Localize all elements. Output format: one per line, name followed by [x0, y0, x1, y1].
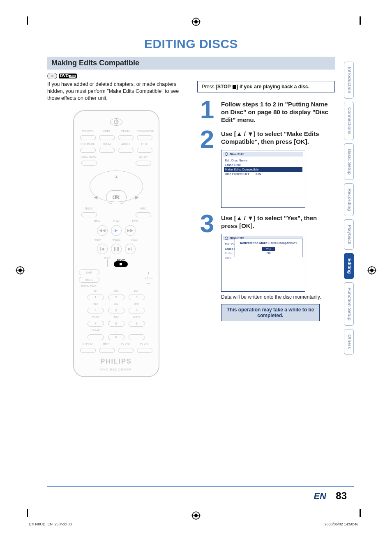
- remote-label: JKL: [108, 303, 125, 305]
- remote-label: CLEAR: [88, 329, 104, 332]
- remote-label: INFO: [136, 207, 151, 210]
- step-text: Follow steps 1 to 2 in "Putting Name on …: [221, 101, 335, 124]
- content-area: EDITING DISCS Making Edits Compatible ◎ …: [47, 37, 335, 377]
- num-button: 3: [129, 295, 145, 300]
- job-info-left: E7H40UD_EN_v5.indd 83: [29, 522, 72, 526]
- registration-mark-icon: [367, 266, 376, 275]
- remote-label: DTV/TV: [118, 130, 134, 133]
- tab-playback: Playback: [344, 219, 354, 250]
- num-button: 6: [129, 308, 145, 313]
- footer-lang: EN: [314, 491, 326, 502]
- right-column: Press [STOP ] if you are playing back a …: [197, 81, 335, 325]
- remote-button: [136, 212, 151, 217]
- stop-label: STOP: [114, 258, 128, 261]
- remote-button: [99, 148, 115, 153]
- registration-mark-icon: [191, 17, 201, 26]
- crop-tick: [27, 509, 28, 517]
- remote-button: [80, 348, 96, 353]
- remote-label: WXYZ: [129, 316, 145, 318]
- remote-label: TITLE: [137, 143, 152, 145]
- section-heading-bar: Making Edits Compatible: [47, 57, 335, 69]
- arrow-left-icon: ◀: [94, 194, 97, 200]
- footer-page-number: 83: [336, 490, 347, 502]
- step-number: 1: [197, 98, 217, 121]
- ffw-icon: ▶▶: [125, 225, 136, 236]
- num-button: 8: [108, 321, 125, 327]
- remote-label: TUV: [108, 316, 125, 318]
- press-prefix: Press: [202, 84, 216, 90]
- tab-others: Others: [344, 329, 354, 354]
- arrow-down-icon: ▼: [114, 193, 119, 199]
- osd-dialog-yes: Yes: [262, 247, 275, 251]
- crop-tick: [360, 509, 361, 517]
- num-button: .: [129, 334, 145, 340]
- step-number: 3: [197, 212, 217, 235]
- left-column: If you have added or deleted chapters, o…: [47, 81, 185, 377]
- skip-button: SKIP: [79, 269, 99, 275]
- play-icon: ▶: [111, 225, 122, 236]
- remote-button: [107, 259, 108, 267]
- remote-label: GHI: [88, 303, 104, 305]
- crop-tick: [360, 16, 361, 25]
- remote-label: MNO: [129, 303, 145, 305]
- stop-button-icon: [114, 261, 128, 267]
- operation-note-box: This operation may take a while to be co…: [221, 304, 320, 321]
- num-button: 1: [88, 295, 104, 300]
- osd-dialog-no: No: [238, 251, 300, 255]
- side-tab-rail: Introduction Connections Basic Setup Rec…: [344, 62, 354, 355]
- osd-item: Disc Protect OFF ⟶ ON: [224, 172, 302, 176]
- remote-button: [80, 148, 96, 153]
- osd-item: Edit Disc Name: [224, 158, 302, 163]
- num-button: 9: [129, 321, 145, 327]
- remote-label: AUDIO: [118, 143, 134, 145]
- osd-item-highlighted: Make Edits Compatible: [224, 167, 302, 172]
- remote-label: RAPID PLAY: [81, 284, 97, 287]
- press-stop-note: Press [STOP ] if you are playing back a …: [197, 81, 335, 92]
- footer-rule: [47, 486, 354, 487]
- disc-dot-icon: [225, 152, 228, 156]
- step-2: 2 Use [▲ / ▼] to select "Make Edits Comp…: [197, 128, 335, 208]
- tab-function-setup: Function Setup: [344, 282, 354, 326]
- step-3: 3 Use [▲ / ▼] to select "Yes", then pres…: [197, 212, 335, 322]
- remote-button: [99, 348, 115, 353]
- remote-button: [118, 148, 134, 153]
- remote-label: REPEAT: [80, 343, 96, 345]
- tab-editing: Editing: [344, 253, 354, 279]
- remote-label: NEXT: [127, 238, 143, 241]
- remote-label: ZOOM: [99, 143, 115, 145]
- remote-label: MUTE: [99, 343, 115, 345]
- osd-confirm-dialog: Activate the Make Edits Compatible? Yes …: [235, 239, 302, 257]
- remote-button: [118, 348, 134, 353]
- remote-label: SOURCE: [80, 130, 96, 133]
- prev-icon: |◀: [97, 244, 108, 254]
- remote-button: [80, 135, 96, 140]
- remote-label: HDMI: [99, 130, 115, 133]
- arrow-right-icon: ▶: [135, 194, 139, 200]
- page-title: EDITING DISCS: [47, 37, 335, 51]
- remote-label: DISC MENU: [81, 155, 97, 158]
- num-button: 0: [108, 334, 125, 340]
- remote-label: PLAY: [108, 220, 124, 223]
- remote-label: [129, 329, 145, 332]
- remote-label: ABC: [108, 290, 125, 292]
- tab-basic-setup: Basic Setup: [344, 143, 354, 180]
- remote-label: OPEN/CLOSE: [137, 130, 152, 133]
- remote-label: • CH •: [145, 277, 152, 280]
- disc-dot-icon: [225, 237, 228, 240]
- dpad: OK ▲ ▼ ◀ ▶: [90, 170, 143, 202]
- osd-dialog-question: Activate the Make Edits Compatible?: [237, 241, 300, 245]
- power-icon: ⏻: [110, 118, 122, 126]
- disc-icon: ◎: [47, 73, 57, 79]
- page: Introduction Connections Basic Setup Rec…: [0, 0, 392, 555]
- remote-button: [136, 161, 151, 166]
- remote-label: @!: [88, 290, 104, 292]
- tab-introduction: Introduction: [344, 62, 354, 99]
- remote-button: [118, 135, 134, 140]
- dvd-badge-sub: +RW: [69, 75, 75, 78]
- intro-paragraph: If you have added or deleted chapters, o…: [47, 81, 185, 102]
- remote-label: TV VOL: [137, 343, 152, 345]
- osd-screenshot-step2: Disc Edit Edit Disc Name Erase Disc Make…: [221, 150, 305, 208]
- remote-label: TV VOL: [118, 343, 134, 345]
- brand-subtitle: DVD RECORDER: [100, 368, 132, 371]
- remote-label: ␣: [108, 329, 125, 332]
